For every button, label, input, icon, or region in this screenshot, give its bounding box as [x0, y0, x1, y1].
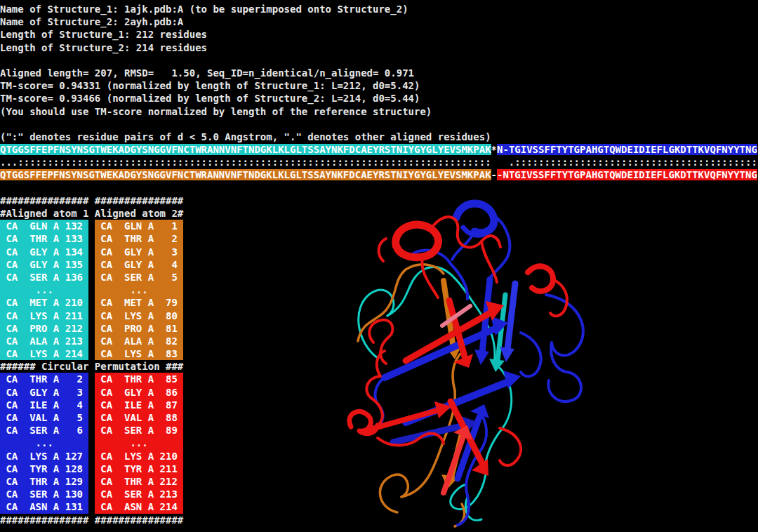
atom1-cell: CA LYS A 127: [0, 450, 88, 463]
atom2-cell: CA LYS A 83: [95, 347, 183, 360]
alignment-match-row: ...:::::::::::::::::::::::::::::::::::::…: [0, 156, 758, 168]
atom2-cell: CA SER A 213: [95, 488, 183, 500]
atom2-cell: CA THR A 212: [95, 475, 183, 488]
atom1-cell: CA VAL A 5: [0, 411, 88, 424]
atom2-cell: CA ASN A 214: [95, 500, 183, 513]
atom1-cell: CA LYS A 211: [0, 310, 88, 322]
atom1-cell: ...: [0, 284, 88, 296]
atom1-cell: CA GLY A 134: [0, 246, 88, 258]
tm-score-2-line: TM-score= 0.93466 (normalized by length …: [0, 92, 758, 105]
atom2-cell: CA GLN A 1: [95, 220, 183, 232]
alignment-legend-line: (":" denotes residue pairs of d < 5.0 An…: [0, 131, 758, 143]
atom2-cell: CA SER A 5: [95, 271, 183, 284]
atom2-cell: CA ILE A 87: [95, 399, 183, 411]
atom2-cell: CA LYS A 210: [95, 450, 183, 463]
seq1-aligned-segment: QTGGSFFEPFNSYNSGTWEKADGYSNGGVFNCTWRANNVN…: [0, 144, 491, 155]
atom2-cell: CA GLY A 3: [95, 246, 183, 258]
blank-line: [0, 182, 758, 194]
atom1-cell: CA TYR A 128: [0, 463, 88, 475]
seq2-cp-segment: -NTGIVSSFFTYTGPAHGTQWDEIDIEFLGKDTTKVQFNY…: [497, 169, 757, 180]
atom2-cell: ...: [95, 284, 183, 296]
atom1-cell: CA THR A 129: [0, 475, 88, 488]
atom1-cell: CA THR A 2: [0, 373, 88, 385]
atom2-cell: CA PRO A 81: [95, 322, 183, 335]
atom1-cell: CA MET A 210: [0, 296, 88, 309]
atom2-cell: CA GLY A 86: [95, 386, 183, 399]
blank-line: [0, 54, 758, 67]
structure1-length-line: Length of Structure_1: 212 residues: [0, 28, 758, 41]
atom1-cell: CA GLN A 132: [0, 220, 88, 232]
seq1-cp-star: *: [491, 144, 497, 155]
atom1-cell: CA GLY A 3: [0, 386, 88, 399]
seq1-cp-segment: N-TGIVSSFFTYTGPAHGTQWDEIDIEFLGKDTTKVQFNY…: [497, 144, 757, 155]
atom1-cell: ...: [0, 437, 88, 449]
seq2-gap-char: -: [491, 169, 497, 180]
sequence-row-structure2: QTGGSFFEPFNSYNSGTWEKADGYSNGGVFNCTWRANNVN…: [0, 168, 758, 181]
atom2-cell: CA ALA A 82: [95, 335, 183, 347]
sequence-row-structure1: QTGGSFFEPFNSYNSGTWEKADGYSNGGVFNCTWRANNVN…: [0, 143, 758, 156]
atom1-cell: CA GLY A 135: [0, 258, 88, 271]
tm-score-1-line: TM-score= 0.94331 (normalized by length …: [0, 79, 758, 92]
atom2-cell: CA THR A 2: [95, 232, 183, 245]
atom1-cell: CA SER A 6: [0, 424, 88, 437]
atom2-cell: ...: [95, 437, 183, 449]
atom2-cell: CA TYR A 211: [95, 463, 183, 475]
atom1-cell: CA ILE A 4: [0, 399, 88, 411]
atom1-cell: CA SER A 130: [0, 488, 88, 500]
atom2-cell: CA VAL A 88: [95, 411, 183, 424]
atom2-cell: CA SER A 89: [95, 424, 183, 437]
protein-ribbon-superposition-svg: [337, 195, 758, 532]
atom1-cell: CA PRO A 212: [0, 322, 88, 335]
atom2-cell: CA GLY A 4: [95, 258, 183, 271]
atom1-cell: CA LYS A 214: [0, 347, 88, 360]
aligned-stats-line: Aligned length= 207, RMSD= 1.50, Seq_ID=…: [0, 67, 758, 79]
atom2-cell: CA LYS A 80: [95, 310, 183, 322]
atom1-cell: CA THR A 133: [0, 232, 88, 245]
atom1-cell: CA ALA A 213: [0, 335, 88, 347]
atom2-cell: CA THR A 85: [95, 373, 183, 385]
blank-line: [0, 118, 758, 131]
tm-score-note-line: (You should use TM-score normalized by l…: [0, 105, 758, 118]
structure2-name-line: Name of Structure_2: 2ayh.pdb:A: [0, 15, 758, 28]
structure2-length-line: Length of Structure_2: 214 residues: [0, 41, 758, 54]
atom1-cell: CA ASN A 131: [0, 500, 88, 513]
atom2-cell: CA MET A 79: [95, 296, 183, 309]
atom1-cell: CA SER A 136: [0, 271, 88, 284]
structure1-name-line: Name of Structure_1: 1ajk.pdb:A (to be s…: [0, 3, 758, 15]
structure-3d-viewport: [337, 195, 758, 532]
seq2-aligned-segment: QTGGSFFEPFNSYNSGTWEKADGYSNGGVFNCTWRANNVN…: [0, 169, 491, 180]
